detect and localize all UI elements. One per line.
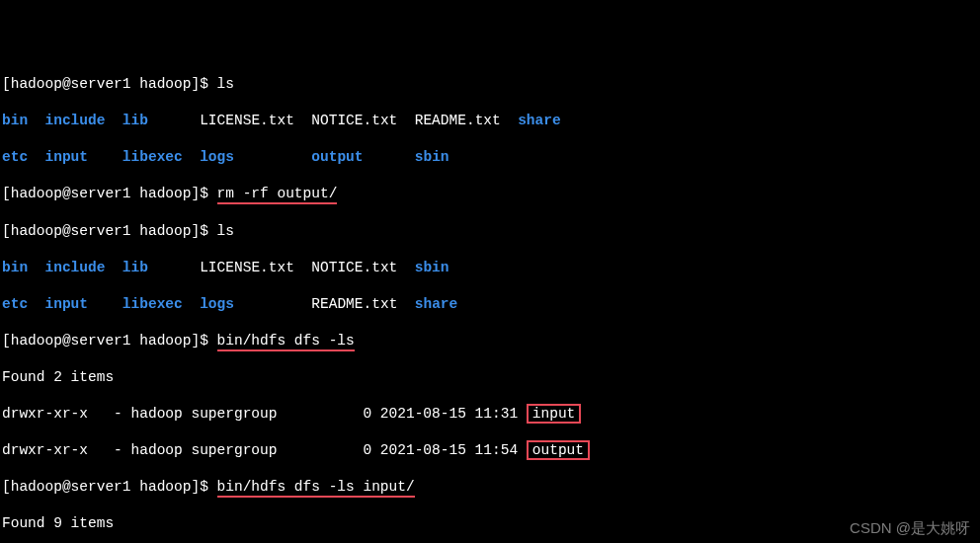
file-notice: NOTICE.txt <box>311 260 397 275</box>
ls-output-row: etc input libexec logs output sbin <box>2 148 980 167</box>
dir-lib: lib <box>122 113 148 128</box>
file-license: LICENSE.txt <box>200 260 294 275</box>
command-ls: ls <box>217 76 234 92</box>
terminal-line[interactable]: [hadoop@server1 hadoop]$ ls <box>2 222 980 241</box>
hdfs-row: drwxr-xr-x - hadoop supergroup 0 2021-08… <box>2 405 980 424</box>
shell-prompt: [hadoop@server1 hadoop]$ <box>2 76 217 92</box>
hdfs-name-output: output <box>527 440 590 460</box>
terminal-line[interactable]: [hadoop@server1 hadoop]$ bin/hdfs dfs -l… <box>2 478 980 497</box>
dir-lib: lib <box>122 260 148 275</box>
dir-etc: etc <box>2 149 28 165</box>
hdfs-found: Found 9 items <box>2 514 980 533</box>
dir-include: include <box>45 260 106 275</box>
shell-prompt: [hadoop@server1 hadoop]$ <box>2 333 217 349</box>
hdfs-meta: drwxr-xr-x - hadoop supergroup 0 2021-08… <box>2 406 527 422</box>
file-license: LICENSE.txt <box>200 113 294 128</box>
dir-logs: logs <box>200 149 234 165</box>
dir-input: input <box>45 296 89 312</box>
dir-output: output <box>311 149 363 165</box>
dir-input: input <box>45 149 89 165</box>
terminal-line[interactable]: [hadoop@server1 hadoop]$ rm -rf output/ <box>2 185 980 203</box>
command-rm: rm -rf output/ <box>217 186 338 204</box>
command-hdfs-ls-input: bin/hdfs dfs -ls input/ <box>217 479 415 498</box>
dir-bin: bin <box>2 113 28 128</box>
file-readme: README.txt <box>311 296 397 312</box>
command-ls: ls <box>217 223 234 239</box>
dir-sbin: sbin <box>415 149 449 165</box>
terminal-line[interactable]: [hadoop@server1 hadoop]$ ls <box>2 75 980 94</box>
terminal-line[interactable]: [hadoop@server1 hadoop]$ bin/hdfs dfs -l… <box>2 332 980 350</box>
shell-prompt: [hadoop@server1 hadoop]$ <box>2 223 217 239</box>
ls-output-row: bin include lib LICENSE.txt NOTICE.txt R… <box>2 112 980 130</box>
ls-output-row: etc input libexec logs README.txt share <box>2 295 980 314</box>
dir-include: include <box>45 113 106 128</box>
dir-etc: etc <box>2 296 28 312</box>
dir-sbin: sbin <box>415 260 449 275</box>
hdfs-row: drwxr-xr-x - hadoop supergroup 0 2021-08… <box>2 441 980 460</box>
file-readme: README.txt <box>415 113 501 128</box>
hdfs-meta: drwxr-xr-x - hadoop supergroup 0 2021-08… <box>2 442 527 458</box>
file-notice: NOTICE.txt <box>311 113 397 128</box>
shell-prompt: [hadoop@server1 hadoop]$ <box>2 186 217 201</box>
ls-output-row: bin include lib LICENSE.txt NOTICE.txt s… <box>2 259 980 277</box>
dir-libexec: libexec <box>122 296 183 312</box>
dir-share: share <box>415 296 458 312</box>
dir-libexec: libexec <box>122 149 183 165</box>
dir-logs: logs <box>200 296 234 312</box>
command-hdfs-ls: bin/hdfs dfs -ls <box>217 333 355 351</box>
dir-bin: bin <box>2 260 28 275</box>
watermark: CSDN @是大姚呀 <box>850 518 970 537</box>
dir-share: share <box>518 113 561 128</box>
shell-prompt: [hadoop@server1 hadoop]$ <box>2 479 217 495</box>
hdfs-found: Found 2 items <box>2 368 980 387</box>
hdfs-name-input: input <box>527 404 582 424</box>
